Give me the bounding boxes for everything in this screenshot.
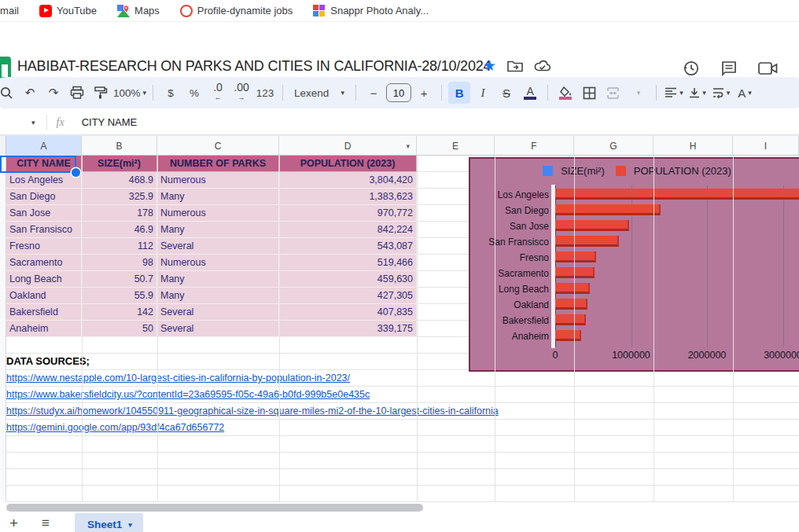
column-header-I[interactable]: I — [733, 136, 799, 156]
chart-bar[interactable] — [555, 330, 581, 341]
font-size-input[interactable]: 10 — [386, 83, 411, 102]
cell[interactable]: 50 — [82, 321, 157, 337]
cell[interactable]: Bakersfield — [6, 304, 82, 321]
font-select[interactable]: Lexend▾ — [289, 82, 349, 104]
source-link[interactable]: https://studyx.ai/homework/104550911-geo… — [6, 403, 557, 420]
header-cell[interactable]: NUMBER OF PARKS — [157, 156, 279, 172]
bookmark-item[interactable]: Snappr Photo Analy... — [313, 5, 429, 17]
strikethrough-button[interactable]: S — [495, 82, 517, 104]
cell[interactable]: Anaheim — [6, 321, 82, 337]
cell[interactable]: 178 — [82, 205, 157, 222]
cell[interactable]: 46.9 — [82, 222, 157, 238]
cloud-status-icon[interactable] — [534, 60, 551, 72]
cell[interactable]: Long Beach — [6, 271, 82, 288]
cell[interactable]: 3,804,420 — [279, 172, 417, 189]
cell[interactable]: Numerous — [157, 255, 279, 271]
borders-icon[interactable] — [578, 82, 600, 104]
cell[interactable]: 519,466 — [279, 255, 417, 271]
comments-icon[interactable] — [720, 60, 738, 77]
chart-bar[interactable] — [555, 236, 619, 247]
merge-caret-icon[interactable]: ▾ — [628, 82, 650, 104]
print-icon[interactable] — [66, 82, 88, 104]
chart-bar[interactable] — [555, 283, 590, 294]
cell[interactable]: 112 — [82, 238, 157, 255]
chart-bar[interactable] — [555, 204, 661, 215]
add-sheet-button[interactable]: + — [9, 515, 18, 532]
cell[interactable]: 468.9 — [82, 172, 157, 189]
cell[interactable]: San Jose — [6, 205, 82, 222]
chart-bar[interactable] — [555, 267, 595, 278]
chart-bar[interactable] — [555, 220, 629, 231]
cell[interactable]: Sacramento — [6, 255, 82, 271]
header-cell[interactable]: CITY NAME — [6, 156, 82, 172]
column-header-H[interactable]: H — [654, 136, 733, 156]
source-link[interactable]: https://gemini.google.com/app/93df4ca67d… — [6, 420, 557, 436]
cell[interactable]: 98 — [82, 255, 157, 271]
vertical-align-icon[interactable]: ▾ — [687, 82, 709, 104]
formula-input[interactable]: CITY NAME — [82, 116, 138, 128]
increase-decimal-button[interactable]: .00→ — [230, 82, 252, 104]
column-header-B[interactable]: B — [82, 136, 157, 156]
spreadsheet-grid[interactable]: CITY NAMESIZE(mi²)NUMBER OF PARKSPOPULAT… — [0, 156, 799, 503]
cell[interactable]: Many — [157, 271, 279, 288]
cell[interactable]: Numerous — [157, 172, 279, 189]
cell[interactable]: Many — [157, 189, 279, 205]
undo-icon[interactable]: ↶ — [19, 82, 41, 104]
cell[interactable]: Many — [157, 288, 279, 304]
format-percent-button[interactable]: % — [183, 82, 205, 104]
bookmark-item[interactable]: Maps — [117, 5, 160, 17]
increase-font-size-button[interactable]: + — [413, 82, 435, 104]
move-folder-icon[interactable] — [507, 60, 523, 72]
meet-camera-icon[interactable] — [758, 61, 779, 76]
cell[interactable]: Several — [157, 304, 279, 321]
decrease-font-size-button[interactable]: − — [363, 82, 385, 104]
cell[interactable]: 543,087 — [279, 238, 417, 255]
cell[interactable]: San Fransisco — [6, 222, 82, 238]
column-header-A[interactable]: A — [6, 136, 82, 156]
italic-button[interactable]: I — [472, 82, 494, 104]
chart-bar[interactable] — [555, 189, 799, 200]
cell[interactable]: 970,772 — [279, 205, 417, 222]
embedded-bar-chart[interactable]: SIZE(mi²)POPULATION (2023) 0100000020000… — [469, 157, 799, 372]
merge-cells-icon[interactable] — [602, 82, 624, 104]
cell[interactable]: 427,305 — [279, 288, 417, 304]
more-formats-button[interactable]: 123 — [254, 82, 276, 104]
cell[interactable]: Many — [157, 222, 279, 238]
bookmark-item[interactable]: YouTube — [39, 5, 97, 17]
decrease-decimal-button[interactable]: .0← — [207, 82, 229, 104]
header-cell[interactable]: SIZE(mi²) — [82, 156, 157, 172]
cell[interactable]: 55.9 — [82, 288, 157, 304]
format-currency-button[interactable]: $ — [160, 82, 182, 104]
cell[interactable]: 325.9 — [82, 189, 157, 205]
name-box-caret-icon[interactable]: ▾ — [31, 119, 35, 127]
cell[interactable]: Numerous — [157, 205, 279, 222]
chart-bar[interactable] — [555, 251, 596, 262]
cell[interactable]: 459,630 — [279, 271, 417, 288]
text-color-button[interactable]: A — [519, 82, 541, 104]
column-filter-caret-icon[interactable]: ▾ — [406, 142, 410, 150]
cell[interactable]: Fresno — [6, 238, 82, 255]
bookmark-item[interactable]: Profile-dynamite jobs — [180, 5, 293, 17]
cell[interactable]: 842,224 — [279, 222, 417, 238]
chart-bar[interactable] — [555, 314, 586, 325]
select-all-corner[interactable] — [0, 136, 6, 156]
paint-format-icon[interactable] — [90, 82, 112, 104]
redo-icon[interactable]: ↷ — [42, 82, 64, 104]
text-rotation-icon[interactable]: A▾ — [734, 82, 756, 104]
version-history-icon[interactable] — [683, 60, 700, 77]
cell[interactable]: 407,835 — [279, 304, 417, 321]
bookmark-item[interactable]: Gmail — [0, 5, 19, 17]
column-header-C[interactable]: C — [157, 136, 279, 156]
text-wrap-icon[interactable]: ▾ — [710, 82, 732, 104]
source-link[interactable]: https://www.bakersfieldcity.us/?contentI… — [6, 387, 557, 403]
zoom-select[interactable]: 100%▾ — [113, 82, 146, 104]
cell[interactable]: 50.7 — [82, 271, 157, 288]
cell[interactable]: Los Angeles — [6, 172, 82, 189]
cell[interactable]: Several — [157, 238, 279, 255]
fill-color-button[interactable] — [554, 82, 576, 104]
cell[interactable]: 1,383,623 — [279, 189, 417, 205]
scrollbar-thumb[interactable] — [6, 504, 423, 512]
bold-button[interactable]: B — [448, 82, 470, 104]
chart-bar[interactable] — [555, 299, 587, 310]
column-header-G[interactable]: G — [574, 136, 654, 156]
